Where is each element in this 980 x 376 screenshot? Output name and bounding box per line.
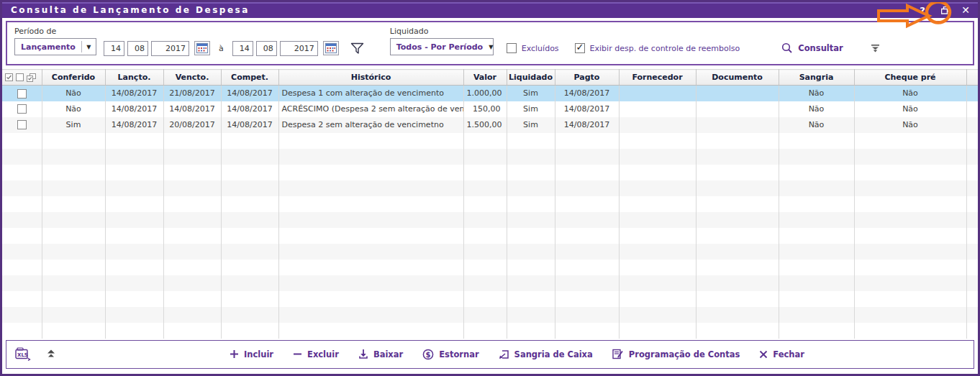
- close-button[interactable]: ✕: [959, 4, 972, 16]
- liquidado-label: Liquidado: [390, 27, 494, 36]
- select-all-icon[interactable]: [5, 73, 13, 81]
- toolbar-buttons: IncluirExcluirBaixar$EstornarSangria de …: [230, 349, 804, 360]
- empty-row: [2, 244, 978, 260]
- date-from-month-input[interactable]: [127, 41, 148, 56]
- clear-selection-icon[interactable]: [16, 73, 24, 81]
- periodo-select[interactable]: Lançamento ▼: [14, 38, 96, 55]
- cell: Não: [854, 117, 966, 133]
- table-row[interactable]: Não14/08/201714/08/201714/08/2017ACRÉSCI…: [2, 101, 978, 117]
- empty-row: [2, 307, 978, 323]
- chevron-down-icon: ▼: [489, 44, 493, 50]
- cell: [696, 117, 779, 133]
- empty-row: [2, 196, 978, 212]
- empty-row: [2, 165, 978, 180]
- cell: 14/08/2017: [163, 101, 221, 117]
- svg-text:XLS: XLS: [17, 352, 28, 358]
- excluir-button[interactable]: Excluir: [293, 349, 339, 359]
- date-from-year-input[interactable]: [151, 41, 189, 56]
- column-header[interactable]: Conferido: [42, 70, 105, 86]
- column-header[interactable]: Cheque pré: [854, 70, 966, 86]
- exibir-reembolso-label: Exibir desp. de controle de reembolso: [590, 44, 740, 53]
- liquidado-select-value: Todos - Por Período: [391, 42, 489, 52]
- dollar-circle-icon: $: [422, 349, 434, 360]
- more-options-button[interactable]: [871, 40, 880, 56]
- column-header[interactable]: Histórico: [278, 70, 463, 86]
- column-header[interactable]: Liquidado: [507, 70, 555, 86]
- svg-text:$: $: [426, 350, 431, 358]
- empty-row: [2, 260, 978, 275]
- exibir-reembolso-checkbox[interactable]: Exibir desp. de controle de reembolso: [575, 40, 740, 56]
- scroll-top-button[interactable]: [47, 349, 55, 359]
- cell: 1.500,00: [463, 117, 507, 133]
- cell: 20/08/2017: [163, 117, 221, 133]
- column-header[interactable]: Fornecedor: [619, 70, 696, 86]
- cell: 14/08/2017: [105, 117, 163, 133]
- cell: 14/08/2017: [555, 101, 619, 117]
- periodo-select-value: Lançamento: [15, 42, 81, 52]
- row-checkbox[interactable]: [17, 104, 27, 114]
- app-window: Consulta de Lançamento de Despesa ? ✕ Pe…: [0, 0, 980, 376]
- cell: [619, 86, 696, 101]
- programacao-de-contas-button[interactable]: Programação de Contas: [612, 349, 740, 359]
- titlebar: Consulta de Lançamento de Despesa ? ✕: [2, 2, 978, 18]
- restore-button[interactable]: [939, 6, 952, 14]
- row-checkbox[interactable]: [17, 120, 27, 129]
- checkbox-box[interactable]: [507, 43, 517, 53]
- filter-panel: Período de Lançamento ▼ à: [6, 21, 974, 65]
- help-button[interactable]: ?: [916, 5, 929, 16]
- cell: 150,00: [463, 101, 507, 117]
- baixar-button[interactable]: Baixar: [358, 349, 403, 359]
- cell: 14/08/2017: [221, 117, 278, 133]
- empty-row: [2, 323, 978, 339]
- consultar-label: Consultar: [798, 43, 843, 53]
- column-header[interactable]: Lançto.: [105, 70, 163, 86]
- table-row[interactable]: Não14/08/201721/08/201714/08/2017Despesa…: [2, 86, 978, 101]
- estornar-button[interactable]: $Estornar: [422, 349, 478, 360]
- excluidos-checkbox[interactable]: Excluídos: [507, 40, 559, 56]
- column-header[interactable]: Compet.: [221, 70, 278, 86]
- cell: Sim: [507, 86, 555, 101]
- export-xls-icon: XLS: [15, 347, 31, 361]
- periodo-label: Período de: [14, 27, 96, 36]
- date-to-year-input[interactable]: [280, 41, 318, 56]
- date-from-calendar-button[interactable]: [194, 41, 210, 55]
- column-header[interactable]: Vencto.: [163, 70, 221, 86]
- cell: Sim: [507, 101, 555, 117]
- periodo-group: Período de Lançamento ▼: [14, 27, 96, 55]
- date-to-month-input[interactable]: [256, 41, 277, 56]
- cell: ACRÉSCIMO (Despesa 2 sem alteração de ve…: [278, 101, 463, 117]
- expense-grid: ConferidoLançto.Vencto.Compet.HistóricoV…: [2, 69, 978, 339]
- close-x-icon: [759, 350, 768, 359]
- cash-out-icon: [499, 349, 509, 359]
- cell: 14/08/2017: [105, 86, 163, 101]
- filler-cell: [966, 117, 978, 133]
- export-xls-button[interactable]: XLS: [15, 347, 31, 361]
- empty-row: [2, 180, 978, 196]
- row-checkbox[interactable]: [17, 89, 27, 98]
- column-header[interactable]: Valor: [463, 70, 507, 86]
- checkbox-box[interactable]: [575, 43, 585, 53]
- date-to-day-input[interactable]: [232, 41, 253, 56]
- table-row[interactable]: Sim14/08/201720/08/201714/08/2017Despesa…: [2, 117, 978, 133]
- toolbar-button-label: Programação de Contas: [629, 349, 740, 359]
- consultar-button[interactable]: Consultar: [781, 40, 843, 56]
- date-to-calendar-button[interactable]: [323, 41, 339, 55]
- liquidado-select[interactable]: Todos - Por Período ▼: [390, 38, 494, 55]
- sangria-de-caixa-button[interactable]: Sangria de Caixa: [499, 349, 593, 359]
- incluir-button[interactable]: Incluir: [230, 349, 273, 359]
- empty-row: [2, 212, 978, 228]
- filter-funnel-button[interactable]: [350, 40, 364, 56]
- invert-selection-icon[interactable]: [27, 73, 36, 82]
- fechar-button[interactable]: Fechar: [759, 349, 804, 359]
- schedule-icon: [612, 349, 624, 359]
- column-header[interactable]: Pagto: [555, 70, 619, 86]
- liquidado-group: Liquidado Todos - Por Período ▼: [390, 27, 494, 55]
- grid-header-row: ConferidoLançto.Vencto.Compet.HistóricoV…: [2, 70, 978, 86]
- column-header[interactable]: Documento: [696, 70, 779, 86]
- column-header[interactable]: Sangria: [779, 70, 854, 86]
- date-from-day-input[interactable]: [104, 41, 124, 56]
- cell: Não: [42, 86, 105, 101]
- cell: 14/08/2017: [221, 86, 278, 101]
- empty-row: [2, 228, 978, 244]
- row-select-cell: [2, 101, 42, 117]
